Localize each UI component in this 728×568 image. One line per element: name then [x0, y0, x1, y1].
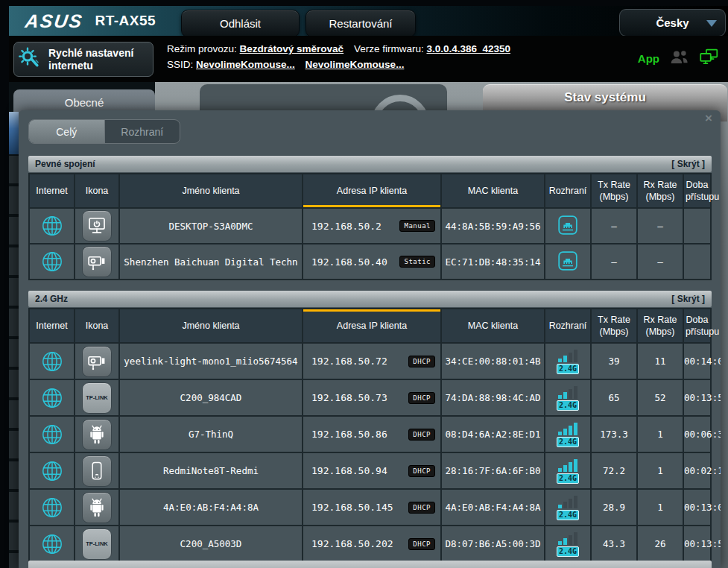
client-ip: 192.168.50.40 [311, 256, 387, 268]
client-row: TP-LINKC200_984CAD192.168.50.73DHCP74:DA… [29, 379, 711, 416]
camera-icon [82, 346, 112, 377]
client-ip: 192.168.50.73 [311, 392, 387, 403]
rx-rate: 11 [637, 343, 683, 379]
table-header-row: InternetIkonaJméno klientaAdresa IP klie… [29, 174, 711, 208]
tplink-icon: TP-LINK [82, 528, 112, 560]
ip-type-badge: DHCP [408, 392, 435, 404]
mode-label: Režim provozu: [167, 43, 237, 54]
client-ip: 192.168.50.86 [311, 429, 387, 440]
column-header: Doba přístupu [683, 174, 711, 208]
interface-cell: 2.4G [545, 343, 591, 379]
ip-type-badge: DHCP [408, 465, 435, 477]
internet-cell [29, 208, 75, 244]
asus-logo: ASUS [24, 10, 85, 32]
interface-cell [545, 244, 591, 280]
rx-rate: – [637, 244, 683, 280]
chevron-down-icon [706, 20, 717, 27]
globe-icon [30, 460, 74, 482]
gear-wrench-icon [19, 46, 42, 72]
tplink-icon: TP-LINK [82, 382, 112, 414]
access-time: 00:14:02 [683, 343, 711, 379]
section-title: Pevné spojení [35, 159, 95, 169]
client-ip: 192.168.50.145 [311, 502, 393, 513]
reboot-button[interactable]: Restartování [306, 10, 416, 37]
close-icon[interactable]: × [705, 111, 712, 126]
interface-cell: 2.4G [545, 489, 591, 526]
globe-icon [30, 423, 74, 446]
language-label: Česky [656, 16, 689, 29]
column-header: Internet [29, 309, 75, 343]
tab-interface[interactable]: Rozhraní [104, 120, 180, 143]
internet-cell [29, 416, 75, 452]
column-header: Jméno klienta [119, 174, 303, 208]
column-header: Rozhraní [545, 174, 591, 208]
ethernet-icon [557, 262, 578, 274]
device-icon-cell [75, 489, 119, 526]
access-time: 00:13:00 [683, 489, 711, 526]
client-ip-cell: 192.168.50.73DHCP [303, 379, 441, 416]
tx-rate: 39 [591, 343, 637, 379]
ip-type-badge: DHCP [408, 502, 435, 514]
band-badge: 2.4G [557, 364, 579, 374]
ssid-link-2[interactable]: NevolimeKomouse... [306, 59, 405, 70]
access-time: 00:02:16 [683, 452, 711, 489]
client-mac: 08:D4:6A:A2:8E:D1 [441, 416, 545, 452]
tx-rate: – [591, 244, 637, 280]
tx-rate: 72.2 [591, 452, 637, 489]
section-hide-toggle[interactable]: [ Skrýt ] [671, 159, 705, 169]
users-icon[interactable] [669, 48, 689, 69]
client-mac: 74:DA:88:98:4C:AD [441, 379, 545, 416]
client-row: yeelink-light-mono1_miio5674564192.168.5… [29, 343, 711, 379]
wifi-signal-icon: 2.4G [557, 458, 579, 484]
interface-cell: 2.4G [545, 416, 591, 452]
section-header: 2.4 GHz [ Skrýt ] [28, 291, 712, 307]
section-header: Pevné spojení [ Skrýt ] [28, 156, 712, 172]
ssid-link-1[interactable]: NevolimeKomouse... [196, 59, 295, 70]
view-tabs: Celý Rozhraní [28, 119, 180, 144]
access-time [683, 244, 711, 280]
firmware-value-link[interactable]: 3.0.0.4.386_42350 [426, 43, 510, 54]
clients-icon[interactable] [699, 48, 719, 69]
client-table: InternetIkonaJméno klientaAdresa IP klie… [28, 173, 712, 280]
quick-setup-button[interactable]: Rychlé nastavení internetu [13, 42, 153, 77]
column-header: Adresa IP klienta [303, 174, 441, 208]
client-ip: 192.168.50.2 [311, 221, 382, 232]
client-mac: EC:71:DB:48:35:14 [441, 244, 545, 280]
router-info: Režim provozu: Bezdrátový směrovač Verze… [167, 41, 510, 72]
access-time: 00:06:39 [683, 416, 711, 452]
access-time: 00:13:58 [683, 379, 711, 416]
client-ip-cell: 192.168.50.145DHCP [303, 489, 441, 526]
client-ip-cell: 192.168.50.202DHCP [303, 526, 441, 562]
client-name: Shenzhen Baichuan Digital Techn [119, 244, 303, 280]
client-ip-cell: 192.168.50.86DHCP [303, 416, 441, 452]
ip-type-badge: DHCP [408, 356, 435, 367]
app-link[interactable]: App [638, 52, 659, 65]
band-badge: 2.4G [557, 437, 579, 447]
client-row: RedmiNote8T-Redmi192.168.50.94DHCP28:16:… [29, 452, 711, 489]
logout-button[interactable]: Odhlásit [181, 10, 300, 37]
client-name: yeelink-light-mono1_miio5674564 [119, 343, 303, 379]
quick-setup-label-line2: internetu [48, 60, 93, 72]
column-header: Ikona [75, 309, 119, 343]
tx-rate: 173.3 [591, 416, 637, 452]
section-hide-toggle[interactable]: [ Skrýt ] [671, 294, 705, 304]
subheader: Rychlé nastavení internetu Režim provozu… [9, 36, 728, 82]
column-header: Tx Rate (Mbps) [591, 174, 637, 208]
client-row: TP-LINKC200_A5003D192.168.50.202DHCPD8:0… [29, 526, 711, 562]
rx-rate: 26 [637, 526, 683, 562]
android-icon [82, 492, 112, 523]
tx-rate: 28.9 [591, 489, 637, 526]
client-sections: Pevné spojení [ Skrýt ] InternetIkonaJmé… [28, 156, 712, 568]
client-ip-cell: 192.168.50.40Static [303, 244, 441, 280]
tab-all[interactable]: Celý [29, 120, 104, 143]
rx-rate: – [637, 208, 683, 244]
quick-setup-label-line1: Rychlé nastavení [48, 47, 133, 59]
sidebar-selected-fragment [9, 112, 19, 154]
device-icon-cell [75, 244, 119, 280]
internet-cell [29, 379, 75, 416]
language-select[interactable]: Česky [619, 9, 726, 37]
desktop-icon [82, 210, 112, 242]
client-name: C200_984CAD [119, 379, 303, 416]
android-icon [82, 419, 112, 450]
mode-value-link[interactable]: Bezdrátový směrovač [240, 43, 344, 54]
